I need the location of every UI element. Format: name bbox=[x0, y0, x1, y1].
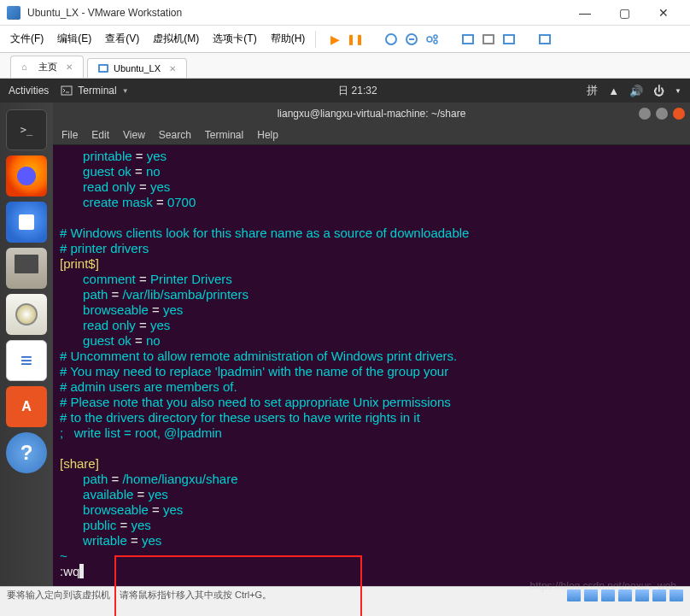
window-controls: — ▢ ✕ bbox=[565, 0, 683, 26]
term-menu-view[interactable]: View bbox=[123, 129, 145, 141]
term-menu-search[interactable]: Search bbox=[159, 129, 191, 141]
minimize-button[interactable]: — bbox=[565, 0, 605, 26]
terminal-content[interactable]: printable = yes guest ok = no read only … bbox=[53, 145, 690, 583]
vmware-menubar: 文件(F) 编辑(E) 查看(V) 虚拟机(M) 选项卡(T) 帮助(H) ▶ … bbox=[0, 26, 690, 53]
close-button[interactable]: ✕ bbox=[644, 0, 683, 26]
dock-help-icon[interactable] bbox=[6, 432, 47, 473]
terminal-title-text: liangxu@liangxu-virtual-machine: ~/share bbox=[278, 108, 466, 120]
term-menu-help[interactable]: Help bbox=[257, 129, 278, 141]
ubuntu-desktop: liangxu@liangxu-virtual-machine: ~/share… bbox=[0, 103, 690, 586]
device-icon[interactable] bbox=[618, 590, 632, 601]
menu-file[interactable]: 文件(F) bbox=[3, 28, 50, 50]
terminal-icon bbox=[61, 85, 73, 97]
device-icon[interactable] bbox=[584, 590, 598, 601]
status-device-icons[interactable] bbox=[567, 590, 683, 601]
activities-button[interactable]: Activities bbox=[9, 85, 49, 97]
pause-icon[interactable]: ❚❚ bbox=[347, 31, 364, 48]
snapshot-revert-icon[interactable] bbox=[403, 31, 420, 48]
device-icon[interactable] bbox=[670, 590, 683, 601]
ubuntu-topbar: Activities Terminal 日 21:32 拼 ▲ 🔊 ⏻ ▼ bbox=[0, 79, 690, 103]
power-icon: ⏻ bbox=[653, 85, 664, 97]
network-icon: ▲ bbox=[608, 85, 619, 97]
dock-terminal-icon[interactable] bbox=[6, 109, 47, 150]
topbar-clock[interactable]: 日 21:32 bbox=[129, 84, 588, 98]
menu-edit[interactable]: 编辑(E) bbox=[50, 28, 98, 50]
terminal-titlebar[interactable]: liangxu@liangxu-virtual-machine: ~/share bbox=[53, 103, 690, 125]
fullscreen-icon[interactable] bbox=[459, 31, 477, 48]
volume-icon: 🔊 bbox=[629, 85, 643, 97]
topbar-status-area[interactable]: 拼 ▲ 🔊 ⏻ ▼ bbox=[587, 83, 681, 98]
vmware-statusbar: 要将输入定向到该虚拟机，请将鼠标指针移入其中或按 Ctrl+G。 bbox=[0, 586, 690, 603]
terminal-close-icon[interactable] bbox=[673, 108, 685, 120]
status-hint: 要将输入定向到该虚拟机，请将鼠标指针移入其中或按 Ctrl+G。 bbox=[7, 589, 272, 601]
maximize-button[interactable]: ▢ bbox=[605, 0, 644, 26]
ubuntu-dock bbox=[0, 103, 53, 586]
tab-ubuntu-label: Ubuntu_LX bbox=[114, 63, 161, 73]
tab-close-icon[interactable]: ✕ bbox=[169, 64, 176, 73]
terminal-minimize-icon[interactable] bbox=[639, 108, 651, 120]
menu-vm[interactable]: 虚拟机(M) bbox=[146, 28, 206, 50]
dock-software-icon[interactable] bbox=[6, 386, 47, 427]
library-icon[interactable] bbox=[536, 31, 553, 48]
svg-point-4 bbox=[434, 40, 437, 44]
snapshot-icon[interactable] bbox=[383, 31, 400, 48]
vmware-app-icon bbox=[7, 6, 20, 20]
terminal-menubar: File Edit View Search Terminal Help bbox=[53, 125, 690, 145]
windows-titlebar: Ubuntu_LX - VMware Workstation — ▢ ✕ bbox=[0, 0, 690, 26]
tab-home-label: 主页 bbox=[38, 61, 57, 73]
vmware-tabstrip: ⌂ 主页 ✕ Ubuntu_LX ✕ bbox=[0, 53, 690, 79]
unity-icon[interactable] bbox=[480, 31, 497, 48]
vmware-toolbar: ▶ ❚❚ bbox=[326, 31, 553, 48]
svg-point-2 bbox=[427, 37, 432, 42]
console-icon[interactable] bbox=[500, 31, 518, 48]
menu-view[interactable]: 查看(V) bbox=[98, 28, 146, 50]
svg-point-0 bbox=[386, 34, 396, 44]
topbar-app-menu[interactable]: Terminal bbox=[61, 85, 128, 97]
window-title: Ubuntu_LX - VMware Workstation bbox=[27, 7, 565, 19]
power-play-icon[interactable]: ▶ bbox=[326, 31, 343, 48]
tab-home[interactable]: ⌂ 主页 ✕ bbox=[10, 56, 84, 78]
dock-libreoffice-icon[interactable] bbox=[6, 340, 47, 381]
menu-help[interactable]: 帮助(H) bbox=[264, 28, 313, 50]
dock-thunderbird-icon[interactable] bbox=[6, 202, 47, 243]
device-icon[interactable] bbox=[652, 590, 666, 601]
svg-rect-6 bbox=[61, 86, 72, 95]
menu-tabs[interactable]: 选项卡(T) bbox=[206, 28, 263, 50]
dock-files-icon[interactable] bbox=[6, 248, 47, 289]
device-icon[interactable] bbox=[567, 590, 581, 601]
term-menu-edit[interactable]: Edit bbox=[91, 129, 109, 141]
device-icon[interactable] bbox=[601, 590, 615, 601]
svg-point-3 bbox=[434, 35, 437, 38]
dock-rhythmbox-icon[interactable] bbox=[6, 294, 47, 335]
term-menu-file[interactable]: File bbox=[61, 129, 78, 141]
monitor-icon bbox=[98, 64, 108, 73]
input-method-icon: 拼 bbox=[587, 83, 598, 98]
dock-firefox-icon[interactable] bbox=[6, 155, 47, 197]
snapshot-manager-icon[interactable] bbox=[424, 31, 441, 48]
caret-down-icon: ▼ bbox=[675, 87, 681, 95]
device-icon[interactable] bbox=[635, 590, 649, 601]
svg-rect-5 bbox=[540, 35, 550, 44]
tab-ubuntu[interactable]: Ubuntu_LX ✕ bbox=[87, 58, 187, 78]
terminal-window: liangxu@liangxu-virtual-machine: ~/share… bbox=[53, 103, 690, 586]
tab-close-icon[interactable]: ✕ bbox=[66, 62, 73, 72]
term-menu-terminal[interactable]: Terminal bbox=[205, 129, 243, 141]
terminal-maximize-icon[interactable] bbox=[656, 108, 668, 120]
home-icon: ⌂ bbox=[21, 62, 33, 73]
dock-show-apps-icon[interactable] bbox=[6, 538, 47, 579]
